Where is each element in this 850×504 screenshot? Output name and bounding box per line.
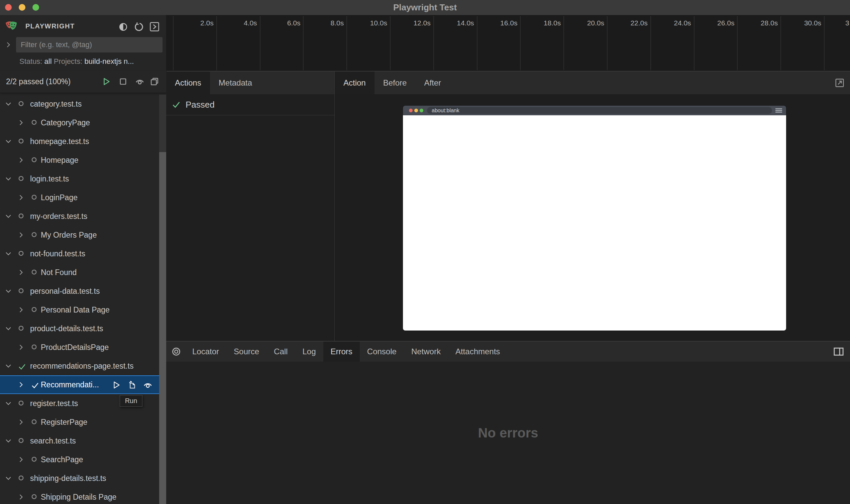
tree-row-suite[interactable]: Homepage — [0, 151, 159, 169]
tab-attachments[interactable]: Attachments — [448, 342, 507, 362]
tab-action[interactable]: Action — [335, 72, 374, 94]
pending-circle-icon — [18, 138, 24, 144]
chevron-right-icon — [17, 194, 25, 201]
pending-circle-icon — [31, 456, 37, 463]
reload-button[interactable] — [134, 22, 143, 32]
chevron-down-icon[interactable] — [5, 138, 12, 145]
chevron-down-icon[interactable] — [5, 400, 12, 407]
status-pending-icon — [31, 418, 37, 425]
popout-button[interactable] — [835, 78, 845, 88]
chevron-down-icon[interactable] — [5, 250, 12, 257]
row-source-button[interactable] — [127, 380, 137, 390]
chevron-right-icon[interactable] — [17, 418, 25, 426]
chevron-down-icon[interactable] — [5, 175, 12, 182]
timeline-tick-label-clipped: 3 — [845, 19, 850, 27]
tree-row-suite[interactable]: LoginPage — [0, 188, 159, 207]
filter-input[interactable] — [16, 37, 162, 53]
tab-source[interactable]: Source — [226, 342, 266, 362]
tab-actions[interactable]: Actions — [166, 72, 210, 94]
tree-row-file[interactable]: my-orders.test.ts — [0, 207, 159, 226]
chevron-down-icon[interactable] — [5, 100, 12, 108]
collapse-all-button[interactable] — [150, 77, 159, 86]
filter-summary-row[interactable]: Status: all Projects: build-nextjs n... — [19, 53, 134, 71]
tree-row-suite[interactable]: Shipping Details Page — [0, 488, 159, 504]
chevron-right-icon[interactable] — [17, 306, 25, 313]
stop-button[interactable] — [118, 77, 128, 86]
tree-row-suite[interactable]: RegisterPage — [0, 413, 159, 431]
chevron-right-icon[interactable] — [17, 194, 25, 201]
tree-row-file[interactable]: product-details.test.ts — [0, 319, 159, 338]
tab-console[interactable]: Console — [360, 342, 404, 362]
tree-row-file[interactable]: homepage.test.ts — [0, 132, 159, 151]
chevron-down-icon[interactable] — [5, 325, 12, 332]
status-pending-icon — [18, 437, 24, 444]
run-summary: 2/2 passed (100%) — [6, 71, 71, 93]
chevron-right-icon[interactable] — [17, 344, 25, 351]
chevron-right-icon[interactable] — [17, 119, 25, 126]
chevron-down-icon — [5, 138, 12, 145]
pending-circle-icon — [18, 474, 24, 481]
tree-row-suite[interactable]: Recommendati... — [0, 375, 159, 394]
window-titlebar: Playwright Test — [0, 0, 850, 15]
tree-row-file[interactable]: search.test.ts — [0, 431, 159, 450]
tree-row-suite[interactable]: Personal Data Page — [0, 301, 159, 319]
tree-row-suite[interactable]: SearchPage — [0, 450, 159, 469]
row-watch-button[interactable] — [143, 380, 153, 390]
watch-all-button[interactable] — [135, 77, 144, 86]
pending-circle-icon — [31, 269, 37, 275]
tab-before[interactable]: Before — [374, 72, 415, 94]
tab-locator[interactable]: Locator — [185, 342, 226, 362]
tree-row-file[interactable]: recommendations-page.test.ts — [0, 357, 159, 375]
status-pending-icon — [31, 194, 37, 200]
tree-row-suite[interactable]: CategoryPage — [0, 113, 159, 132]
chevron-down-icon[interactable] — [5, 437, 12, 445]
tree-row-file[interactable]: shipping-details.test.ts — [0, 469, 159, 488]
stop-square-icon — [119, 77, 127, 86]
tree-row-suite[interactable]: ProductDetailsPage — [0, 338, 159, 357]
tab-errors[interactable]: Errors — [323, 342, 360, 362]
pending-circle-icon — [18, 213, 24, 219]
tab-metadata[interactable]: Metadata — [210, 72, 261, 94]
theme-toggle-button[interactable] — [118, 22, 128, 32]
timeline-tick-label: 2.0s — [173, 19, 214, 27]
tree-row-suite[interactable]: My Orders Page — [0, 226, 159, 244]
collapse-sidebar-button[interactable] — [149, 22, 159, 32]
chevron-right-icon[interactable] — [17, 493, 25, 501]
status-pending-icon — [31, 119, 37, 126]
tree-row-suite[interactable]: Not Found — [0, 263, 159, 282]
split-view-button[interactable] — [833, 347, 844, 356]
tree-row-label: My Orders Page — [41, 226, 96, 244]
chevron-down-icon — [5, 400, 12, 407]
chevron-down-icon — [5, 213, 12, 220]
half-circle-theme-icon — [119, 22, 128, 32]
chevron-down-icon[interactable] — [5, 213, 12, 220]
chevron-down-icon[interactable] — [5, 287, 12, 295]
chevron-right-icon[interactable] — [17, 231, 25, 239]
chevron-right-icon — [5, 41, 12, 49]
tab-log[interactable]: Log — [295, 342, 323, 362]
pick-locator-button[interactable] — [172, 347, 181, 356]
filter-expand-chevron[interactable] — [5, 41, 12, 49]
chevron-right-icon — [17, 306, 25, 313]
chevron-right-icon[interactable] — [17, 456, 25, 463]
chevron-right-icon — [17, 381, 25, 389]
chevron-right-icon[interactable] — [17, 157, 25, 164]
chevron-down-icon[interactable] — [5, 474, 12, 482]
chevron-right-icon[interactable] — [17, 269, 25, 276]
row-run-button[interactable] — [112, 380, 121, 390]
sidebar-scrollbar-thumb[interactable] — [159, 152, 166, 504]
tab-call[interactable]: Call — [266, 342, 295, 362]
chevron-down-icon[interactable] — [5, 362, 12, 370]
browser-menu-icon[interactable] — [776, 108, 782, 113]
timeline[interactable]: 2.0s4.0s6.0s8.0s10.0s12.0s14.0s16.0s18.0… — [166, 15, 850, 72]
tab-after[interactable]: After — [415, 72, 450, 94]
tab-network[interactable]: Network — [404, 342, 448, 362]
tree-row-file[interactable]: login.test.ts — [0, 169, 159, 188]
run-all-button[interactable] — [102, 77, 111, 86]
browser-viewport[interactable] — [403, 115, 786, 330]
chevron-right-icon[interactable] — [17, 381, 25, 389]
tree-row-file[interactable]: category.test.ts — [0, 94, 159, 113]
tree-row-label: Not Found — [41, 263, 76, 282]
tree-row-file[interactable]: not-found.test.ts — [0, 244, 159, 263]
tree-row-file[interactable]: personal-data.test.ts — [0, 282, 159, 301]
